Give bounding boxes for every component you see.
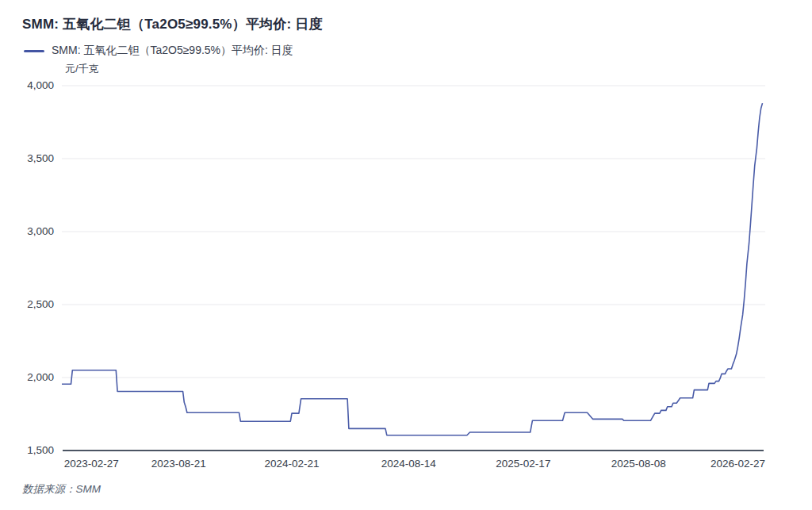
x-axis-tick-label: 2023-02-27	[55, 458, 128, 470]
x-axis-tick-label: 2024-02-21	[255, 458, 328, 470]
y-axis-tick-label: 2,500	[3, 298, 54, 311]
y-axis-tick-label: 3,500	[3, 152, 54, 165]
data-source: 数据来源：SMM	[22, 482, 101, 497]
x-axis-tick-label: 2023-08-21	[142, 458, 215, 470]
chart-canvas	[0, 0, 812, 510]
price-series-line	[62, 103, 763, 435]
y-axis-tick-label: 3,000	[3, 225, 54, 238]
x-axis-tick-label: 2026-02-27	[701, 458, 774, 470]
y-axis-tick-label: 1,500	[3, 444, 54, 457]
y-axis-tick-label: 2,000	[3, 371, 54, 384]
y-axis-tick-label: 4,000	[3, 79, 54, 92]
x-axis-tick-label: 2024-08-14	[372, 458, 445, 470]
x-axis-tick-label: 2025-02-17	[487, 458, 560, 470]
x-axis-tick-label: 2025-08-08	[602, 458, 675, 470]
